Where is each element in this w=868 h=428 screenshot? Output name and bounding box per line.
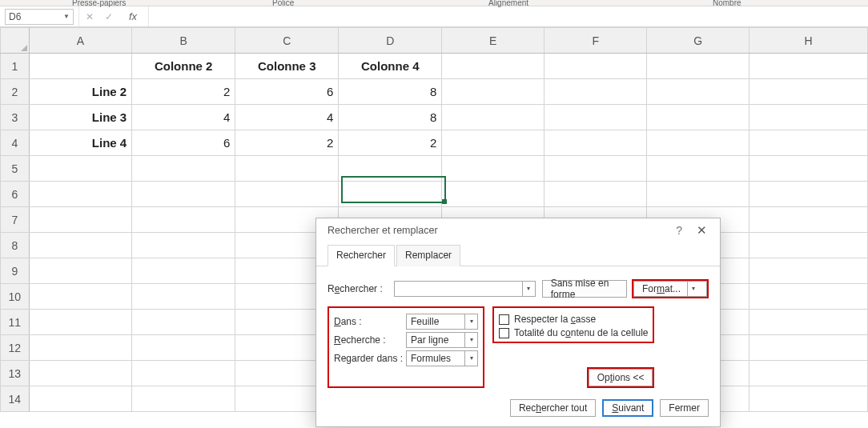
chevron-down-icon[interactable]: ▾ [464, 333, 477, 347]
cell-H13[interactable] [749, 361, 868, 386]
cancel-icon[interactable]: ✕ [86, 11, 94, 22]
cell-B2[interactable]: 2 [132, 79, 235, 105]
cell-A9[interactable] [29, 258, 132, 284]
close-button[interactable]: Fermer [660, 399, 709, 417]
find-dropdown-icon[interactable]: ▾ [522, 282, 535, 296]
col-header-G[interactable]: G [647, 28, 749, 54]
cell-A11[interactable] [29, 310, 132, 335]
within-select[interactable]: Feuille▾ [406, 314, 478, 330]
row-header-1[interactable]: 1 [1, 54, 30, 79]
cell-C5[interactable] [235, 156, 339, 182]
cell-C4[interactable]: 2 [235, 130, 339, 156]
cell-H14[interactable] [749, 386, 868, 412]
row-header-4[interactable]: 4 [1, 130, 30, 156]
cell-D2[interactable]: 8 [339, 79, 442, 105]
cell-B12[interactable] [132, 335, 235, 361]
cell-G4[interactable] [647, 130, 749, 156]
cell-D6[interactable] [339, 182, 442, 207]
cell-B9[interactable] [132, 258, 235, 284]
chevron-down-icon[interactable]: ▾ [464, 351, 477, 366]
name-box-dropdown-icon[interactable]: ▼ [63, 13, 70, 20]
cell-A12[interactable] [29, 335, 132, 361]
cell-A10[interactable] [29, 284, 132, 310]
row-header-5[interactable]: 5 [1, 156, 30, 182]
row-header-12[interactable]: 12 [1, 335, 30, 361]
cell-A7[interactable] [29, 207, 132, 233]
cell-B1[interactable]: Colonne 2 [132, 54, 235, 79]
cell-G6[interactable] [647, 182, 749, 207]
options-button[interactable]: Options << [589, 369, 653, 386]
lookin-select[interactable]: Formules▾ [406, 350, 478, 366]
format-dropdown-icon[interactable]: ▾ [687, 282, 698, 296]
col-header-E[interactable]: E [442, 28, 545, 54]
cell-G5[interactable] [647, 156, 749, 182]
cell-D5[interactable] [339, 156, 442, 182]
format-button[interactable]: Format... ▾ [633, 281, 707, 297]
row-header-3[interactable]: 3 [1, 105, 30, 130]
cell-E1[interactable] [442, 54, 545, 79]
dialog-titlebar[interactable]: Rechercher et remplacer ? ✕ [316, 218, 720, 242]
cell-E5[interactable] [442, 156, 545, 182]
row-header-7[interactable]: 7 [1, 207, 30, 233]
row-header-6[interactable]: 6 [1, 182, 30, 207]
col-header-H[interactable]: H [749, 28, 868, 54]
cell-H10[interactable] [749, 284, 868, 310]
no-format-button[interactable]: Sans mise en forme [542, 280, 627, 298]
cell-H9[interactable] [749, 258, 868, 284]
row-header-11[interactable]: 11 [1, 310, 30, 335]
help-icon[interactable]: ? [666, 224, 692, 237]
find-input[interactable]: ▾ [394, 281, 535, 297]
col-header-B[interactable]: B [132, 28, 235, 54]
cell-F4[interactable] [545, 130, 647, 156]
cell-D3[interactable]: 8 [339, 105, 442, 130]
cell-F3[interactable] [545, 105, 647, 130]
searchby-select[interactable]: Par ligne▾ [406, 332, 478, 348]
cell-A8[interactable] [29, 233, 132, 258]
chevron-down-icon[interactable]: ▾ [464, 314, 477, 329]
cell-H6[interactable] [749, 182, 868, 207]
cell-A1[interactable] [29, 54, 132, 79]
find-all-button[interactable]: Rechercher tout [510, 399, 596, 417]
cell-H3[interactable] [749, 105, 868, 130]
row-header-8[interactable]: 8 [1, 233, 30, 258]
find-next-button[interactable]: Suivant [602, 399, 653, 417]
select-all-corner[interactable] [1, 28, 30, 54]
cell-E4[interactable] [442, 130, 545, 156]
col-header-D[interactable]: D [339, 28, 442, 54]
tab-find[interactable]: Rechercher [328, 245, 395, 266]
row-header-10[interactable]: 10 [1, 284, 30, 310]
cell-C2[interactable]: 6 [235, 79, 339, 105]
cell-E6[interactable] [442, 182, 545, 207]
cell-H5[interactable] [749, 156, 868, 182]
name-box[interactable]: D6 ▼ [5, 9, 74, 25]
col-header-C[interactable]: C [235, 28, 339, 54]
cell-H1[interactable] [749, 54, 868, 79]
enter-icon[interactable]: ✓ [105, 11, 113, 22]
close-icon[interactable]: ✕ [692, 223, 712, 238]
cell-G1[interactable] [647, 54, 749, 79]
cell-C3[interactable]: 4 [235, 105, 339, 130]
cell-F2[interactable] [545, 79, 647, 105]
cell-B14[interactable] [132, 386, 235, 412]
match-whole-checkbox[interactable] [499, 328, 509, 338]
cell-D4[interactable]: 2 [339, 130, 442, 156]
cell-H11[interactable] [749, 310, 868, 335]
formula-input[interactable] [149, 9, 868, 25]
cell-H2[interactable] [749, 79, 868, 105]
cell-G2[interactable] [647, 79, 749, 105]
cell-H12[interactable] [749, 335, 868, 361]
match-case-checkbox[interactable] [499, 314, 509, 325]
cell-A4[interactable]: Line 4 [29, 130, 132, 156]
row-header-2[interactable]: 2 [1, 79, 30, 105]
cell-H8[interactable] [749, 233, 868, 258]
cell-A2[interactable]: Line 2 [29, 79, 132, 105]
cell-F1[interactable] [545, 54, 647, 79]
cell-C1[interactable]: Colonne 3 [235, 54, 339, 79]
cell-B7[interactable] [132, 207, 235, 233]
cell-B6[interactable] [132, 182, 235, 207]
cell-A13[interactable] [29, 361, 132, 386]
cell-B13[interactable] [132, 361, 235, 386]
cell-A5[interactable] [29, 156, 132, 182]
cell-B10[interactable] [132, 284, 235, 310]
cell-B3[interactable]: 4 [132, 105, 235, 130]
